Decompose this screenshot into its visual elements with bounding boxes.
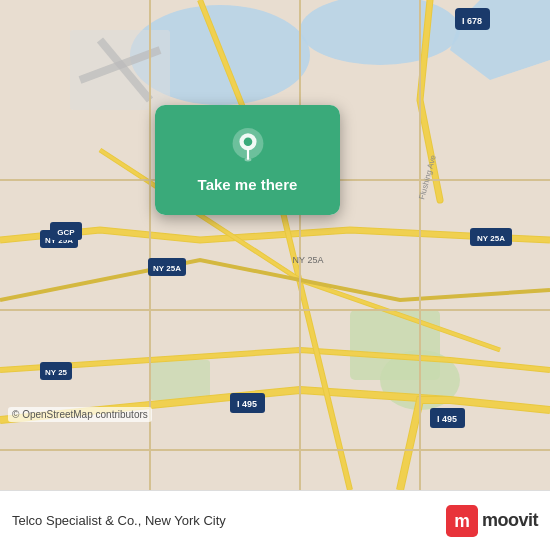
moovit-icon: m xyxy=(446,505,478,537)
moovit-logo: m moovit xyxy=(446,505,538,537)
svg-text:GCP: GCP xyxy=(57,228,75,237)
svg-text:I 495: I 495 xyxy=(437,414,457,424)
take-me-there-button[interactable]: Take me there xyxy=(170,172,325,197)
svg-text:NY 25A: NY 25A xyxy=(293,255,324,265)
location-label: Telco Specialist & Co., New York City xyxy=(12,513,446,528)
popup-green-area: Take me there xyxy=(155,105,340,215)
svg-text:m: m xyxy=(454,511,470,531)
map-container: I 678 NY 25A NY 25A NY 25A I 495 I 495 N… xyxy=(0,0,550,490)
popup-card: Take me there xyxy=(155,105,340,215)
bottom-bar: Telco Specialist & Co., New York City m … xyxy=(0,490,550,550)
map-copyright: © OpenStreetMap contributors xyxy=(8,407,152,422)
svg-text:NY 25A: NY 25A xyxy=(477,234,505,243)
svg-point-36 xyxy=(243,137,252,146)
svg-text:I 678: I 678 xyxy=(462,16,482,26)
svg-text:NY 25A: NY 25A xyxy=(153,264,181,273)
svg-point-37 xyxy=(244,158,251,161)
svg-text:NY 25: NY 25 xyxy=(45,368,68,377)
moovit-brand-name: moovit xyxy=(482,510,538,531)
svg-text:I 495: I 495 xyxy=(237,399,257,409)
svg-rect-5 xyxy=(150,360,210,400)
location-pin-icon xyxy=(230,128,266,164)
